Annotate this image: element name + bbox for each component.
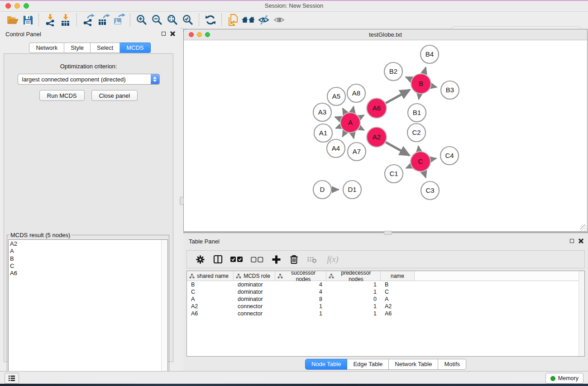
table-row[interactable]: A2connector11A2 xyxy=(187,303,584,310)
edge-A6-B[interactable] xyxy=(386,90,410,103)
cell-predecessor-nodes[interactable]: 1 xyxy=(326,310,381,317)
cell-shared-name[interactable]: A6 xyxy=(187,310,234,317)
delete-column-trash-icon[interactable] xyxy=(289,254,299,264)
cell-MCDS-role[interactable]: connector xyxy=(234,310,275,317)
edge-C-C4[interactable] xyxy=(431,158,436,159)
node-A2[interactable]: A2 xyxy=(367,127,387,147)
table-settings-gear-icon[interactable] xyxy=(195,254,205,264)
edge-C-C2[interactable] xyxy=(418,146,419,152)
column-header-shared-name[interactable]: shared name xyxy=(187,271,234,281)
result-item[interactable]: A6 xyxy=(10,270,167,277)
result-item[interactable]: B xyxy=(10,255,167,262)
cell-MCDS-role[interactable]: dominator xyxy=(234,296,275,302)
optimization-criterion-select[interactable]: largest connected component (directed) xyxy=(18,74,160,85)
cell-successor-nodes[interactable]: 4 xyxy=(275,289,326,295)
column-header-MCDS-role[interactable]: MCDS role xyxy=(234,271,275,281)
node-B4[interactable]: B4 xyxy=(421,45,439,63)
node-A4[interactable]: A4 xyxy=(327,139,345,157)
node-D1[interactable]: D1 xyxy=(343,181,361,199)
tab-mcds[interactable]: MCDS xyxy=(120,43,150,53)
zoom-out-icon[interactable] xyxy=(149,13,165,27)
edge-C-C1[interactable] xyxy=(406,166,411,168)
column-header-name[interactable]: name xyxy=(381,271,415,281)
node-table[interactable]: shared name MCDS role successor nodes pr… xyxy=(186,271,585,357)
node-A1[interactable]: A1 xyxy=(314,124,332,142)
cell-shared-name[interactable]: A xyxy=(187,296,234,302)
tab-network[interactable]: Network xyxy=(29,43,64,53)
edge-B-B4[interactable] xyxy=(424,67,426,74)
edge-A-A1[interactable] xyxy=(336,126,341,128)
table-row[interactable]: Adominator80A xyxy=(187,295,584,303)
cell-predecessor-nodes[interactable]: 1 xyxy=(326,289,381,295)
table-row[interactable]: Cdominator41C xyxy=(187,288,584,295)
home-views-icon[interactable] xyxy=(241,13,256,27)
edge-A2-C[interactable] xyxy=(386,142,409,155)
node-C[interactable]: C xyxy=(411,152,430,172)
edge-C-C3[interactable] xyxy=(424,172,425,178)
add-column-plus-icon[interactable] xyxy=(271,254,281,264)
edge-A-A4[interactable] xyxy=(343,132,345,137)
cell-MCDS-role[interactable]: connector xyxy=(234,303,275,310)
table-row[interactable]: A6connector11A6 xyxy=(187,310,584,317)
node-A7[interactable]: A7 xyxy=(348,143,366,161)
node-A8[interactable]: A8 xyxy=(347,84,365,102)
edge-A-A8[interactable] xyxy=(353,106,354,112)
tab-node-table[interactable]: Node Table xyxy=(305,359,348,370)
function-builder-icon[interactable]: f(x) xyxy=(325,254,340,264)
cell-MCDS-role[interactable]: dominator xyxy=(234,289,275,295)
node-A3[interactable]: A3 xyxy=(313,103,331,121)
result-scrollbar[interactable] xyxy=(161,240,167,377)
node-A6[interactable]: A6 xyxy=(367,98,387,118)
cell-MCDS-role[interactable]: dominator xyxy=(234,281,275,288)
node-B3[interactable]: B3 xyxy=(441,81,459,99)
cell-name[interactable]: B xyxy=(381,281,415,288)
column-header-successor-nodes[interactable]: successor nodes xyxy=(275,271,326,281)
float-table-panel-icon[interactable] xyxy=(570,239,574,243)
save-session-icon[interactable] xyxy=(20,13,35,27)
delete-table-icon[interactable] xyxy=(306,254,317,264)
export-table-icon[interactable] xyxy=(96,13,111,27)
close-panel-button[interactable]: Close panel xyxy=(91,90,138,101)
cell-name[interactable]: A xyxy=(381,296,415,302)
result-item[interactable]: C xyxy=(10,262,167,270)
node-A[interactable]: A xyxy=(340,113,360,133)
tab-select[interactable]: Select xyxy=(91,43,120,53)
refresh-icon[interactable] xyxy=(203,13,218,27)
float-panel-icon[interactable] xyxy=(162,32,166,36)
node-B1[interactable]: B1 xyxy=(408,104,426,122)
select-all-rows-icon[interactable] xyxy=(230,254,243,264)
node-C3[interactable]: C3 xyxy=(421,181,439,200)
zoom-selected-icon[interactable] xyxy=(180,13,196,27)
import-table-icon[interactable] xyxy=(58,13,73,27)
tab-motifs[interactable]: Motifs xyxy=(438,359,466,370)
edge-A-A3[interactable] xyxy=(335,117,340,119)
column-header-predecessor-nodes[interactable]: predecessor nodes xyxy=(326,271,381,281)
edge-B-B3[interactable] xyxy=(431,86,437,87)
close-panel-icon[interactable] xyxy=(170,31,175,36)
clone-network-icon[interactable] xyxy=(225,13,241,27)
cell-successor-nodes[interactable]: 4 xyxy=(275,281,326,288)
edge-A-A5[interactable] xyxy=(343,109,345,114)
tab-network-table[interactable]: Network Table xyxy=(389,359,438,370)
cell-shared-name[interactable]: A2 xyxy=(187,303,234,310)
cell-successor-nodes[interactable]: 8 xyxy=(275,296,326,302)
run-mcds-button[interactable]: Run MCDS xyxy=(39,90,85,101)
result-item[interactable]: A xyxy=(10,248,167,255)
result-item[interactable]: A2 xyxy=(10,240,167,248)
network-canvas[interactable]: B4B2BB3A8A5A6A3B1AC2A1A2A4A7C4CC1C3DD1 xyxy=(184,40,587,231)
import-network-icon[interactable] xyxy=(43,13,58,27)
zoom-in-icon[interactable] xyxy=(134,13,149,27)
horizontal-splitter-grip[interactable] xyxy=(384,231,392,235)
table-columns-icon[interactable] xyxy=(213,254,223,264)
cell-successor-nodes[interactable]: 1 xyxy=(275,310,326,317)
cell-name[interactable]: A6 xyxy=(381,310,415,317)
export-network-icon[interactable] xyxy=(81,13,96,27)
cell-shared-name[interactable]: C xyxy=(187,289,234,295)
export-image-icon[interactable] xyxy=(111,13,127,27)
node-C4[interactable]: C4 xyxy=(440,147,459,165)
edge-B-B1[interactable] xyxy=(419,94,420,100)
vertical-splitter-grip[interactable] xyxy=(180,197,184,205)
hide-selected-icon[interactable] xyxy=(256,13,272,27)
edge-B-B2[interactable] xyxy=(406,77,411,80)
edge-A-A6[interactable] xyxy=(359,115,364,118)
